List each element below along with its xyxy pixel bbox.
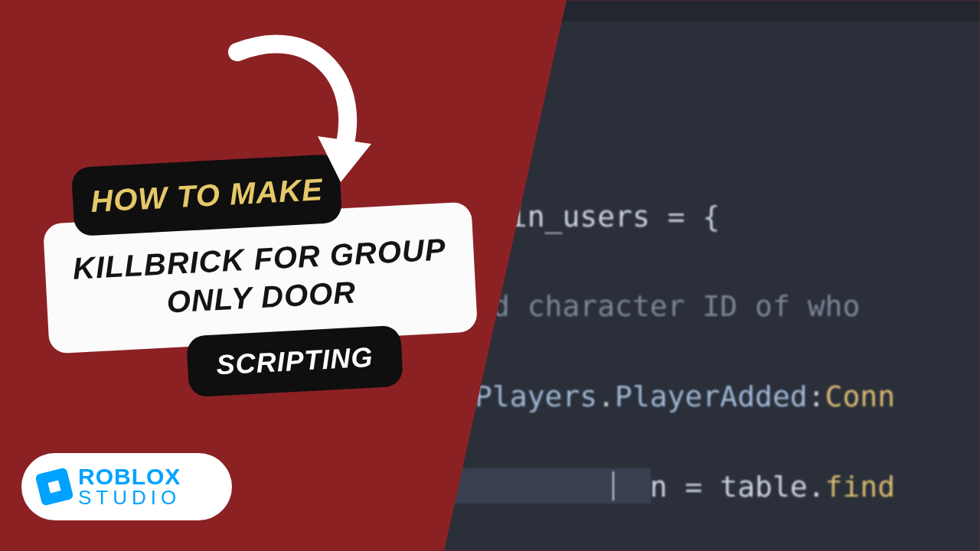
studio-line: STUDIO [78, 488, 181, 507]
roblox-studio-text: ROBLOX STUDIO [78, 466, 181, 507]
label-scripting: SCRIPTING [186, 325, 403, 398]
code-comment: dd character ID of who [475, 289, 860, 323]
code-line-highlight [444, 468, 651, 504]
roblox-logo-icon [35, 468, 74, 507]
roblox-studio-badge: ROBLOX STUDIO [21, 453, 232, 520]
label-text: SCRIPTING [216, 341, 374, 382]
brand-line: ROBLOX [78, 466, 181, 488]
arrow-icon [207, 29, 406, 213]
code-caret [612, 471, 614, 500]
